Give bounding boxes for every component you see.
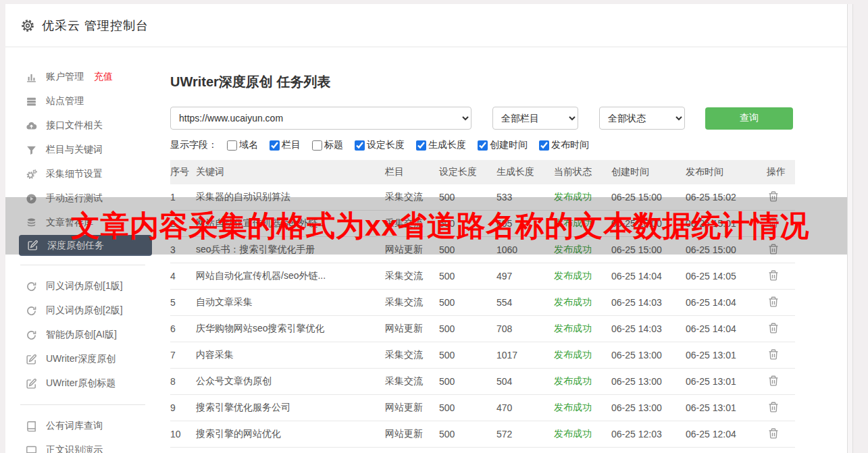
field-checkbox-label: 创建时间 [490,139,528,151]
cell-set_len: 500 [439,429,496,439]
field-checkbox-label: 域名 [239,139,258,151]
field-checkbox-input-5[interactable] [478,140,488,151]
bar-chart-icon [26,72,37,83]
field-checkbox-5[interactable]: 创建时间 [478,139,528,151]
overlay-text: 文章内容采集的格式为xx省道路名称的文本数据统计情况 [71,207,809,246]
overlay-band: 文章内容采集的格式为xx省道路名称的文本数据统计情况 [5,197,847,255]
field-checkbox-input-6[interactable] [539,140,549,151]
sidebar-item-1-1[interactable]: 同义词伪原创[2版] [5,298,160,323]
cell-published: 06-25 14:04 [686,323,767,334]
sidebar-item-label: 智能伪原创[AI版] [46,329,117,341]
sidebar-item-label: 接口文件相关 [46,119,103,132]
sidebar-item-0-4[interactable]: 采集细节设置 [5,162,160,186]
scrollbar[interactable] [847,4,853,453]
sidebar-item-2-1[interactable]: 正文识别演示 [5,438,160,453]
trash-icon [767,326,780,336]
cell-published: 06-25 13:01 [686,402,767,413]
cell-keyword: 公众号文章伪原创 [196,375,385,388]
cell-published: 06-25 14:04 [686,297,767,308]
table-row: 4网站自动化宣传机器/seo外链...采集交流500497发布成功06-25 1… [170,263,795,290]
field-checkbox-6[interactable]: 发布时间 [539,139,589,151]
sidebar-item-0-2[interactable]: 接口文件相关 [5,113,160,138]
delete-button[interactable] [767,348,780,362]
cell-gen_len: 572 [496,429,554,439]
cell-actions [767,269,795,284]
field-checkbox-2[interactable]: 标题 [312,139,343,151]
gears-icon [26,169,37,180]
filter-icon [26,144,37,156]
cell-column: 采集交流 [385,349,439,361]
field-checkbox-input-4[interactable] [416,140,426,151]
field-checkbox-4[interactable]: 生成长度 [416,139,466,151]
cell-created: 06-25 14:04 [611,271,686,282]
cell-keyword: 内容采集 [196,349,385,361]
refresh-icon [26,305,37,317]
gear-icon [20,18,35,33]
sidebar-item-1-3[interactable]: UWriter深度原创 [5,347,160,371]
cell-set_len: 500 [439,271,496,282]
sidebar-item-0-0[interactable]: 账户管理充值 [5,65,160,89]
cell-column: 网站更新 [385,428,439,440]
delete-button[interactable] [767,296,780,309]
sidebar-item-1-4[interactable]: UWriter原创标题 [5,371,160,396]
cell-gen_len: 554 [496,297,554,308]
cell-gen_len: 708 [496,323,554,334]
sidebar-item-0-1[interactable]: 站点管理 [5,89,160,113]
sidebar-item-label: 站点管理 [46,95,84,107]
table-row: 6庆华购物网站seo搜索引擎优化网站更新500708发布成功06-25 14:0… [170,316,795,342]
query-button[interactable]: 查询 [705,107,793,130]
cell-created: 06-25 12:03 [611,429,686,439]
cell-gen_len: 504 [496,376,554,387]
sidebar-item-label: 同义词伪原创[2版] [46,304,123,317]
delete-button[interactable] [767,427,780,441]
sidebar-item-label: 栏目与关键词 [46,144,103,156]
cell-no: 6 [170,323,196,334]
cell-actions [767,348,795,363]
filter-row: https://www.ucaiyun.com 全部栏目 全部状态 查询 [170,107,847,130]
field-checkbox-input-1[interactable] [270,140,280,151]
cell-created: 06-25 14:03 [611,297,686,308]
cell-status: 发布成功 [554,270,611,282]
field-checkbox-0[interactable]: 域名 [227,139,258,151]
delete-button[interactable] [767,401,780,415]
sidebar-item-label: 正文识别演示 [46,444,103,453]
field-checkbox-input-2[interactable] [312,140,322,151]
cell-created: 06-25 13:00 [611,376,686,387]
field-checkbox-input-0[interactable] [227,140,237,151]
cell-set_len: 500 [439,376,496,387]
cell-column: 采集交流 [385,296,439,309]
table-header-cell: 生成长度 [496,166,554,178]
trash-icon [767,379,780,389]
field-checkbox-label: 生成长度 [428,139,466,151]
sidebar-item-1-0[interactable]: 同义词伪原创[1版] [5,274,160,298]
delete-button[interactable] [767,375,780,388]
site-select[interactable]: https://www.ucaiyun.com [170,107,471,130]
cell-no: 8 [170,376,196,387]
field-checkbox-label: 设定长度 [367,139,405,151]
sidebar-item-0-3[interactable]: 栏目与关键词 [5,138,160,162]
delete-button[interactable] [767,322,780,336]
cell-keyword: 自动文章采集 [196,296,385,309]
fields-label: 显示字段： [170,139,218,151]
page-title: UWriter深度原创 任务列表 [170,73,847,91]
column-select[interactable]: 全部栏目 [492,107,578,130]
field-checkbox-input-3[interactable] [355,140,365,151]
server-icon [26,96,37,107]
status-select[interactable]: 全部状态 [599,107,685,130]
sidebar-item-label: 公有词库查询 [46,420,103,432]
sidebar-item-2-0[interactable]: 公有词库查询 [5,414,160,438]
recharge-badge[interactable]: 充值 [94,71,113,83]
cell-set_len: 500 [439,350,496,361]
field-checkbox-3[interactable]: 设定长度 [355,139,405,151]
field-checkbox-1[interactable]: 栏目 [270,139,301,151]
cell-no: 5 [170,297,196,308]
delete-button[interactable] [767,269,780,283]
trash-icon [767,431,780,442]
trash-icon [767,273,780,284]
table-row: 7内容采集采集交流5001017发布成功06-25 13:0006-25 13:… [170,342,795,369]
table-header-cell: 关键词 [196,166,385,178]
refresh-icon [26,281,37,292]
cell-column: 采集交流 [385,375,439,388]
sidebar-item-label: 账户管理 [46,71,84,83]
sidebar-item-1-2[interactable]: 智能伪原创[AI版] [5,323,160,347]
